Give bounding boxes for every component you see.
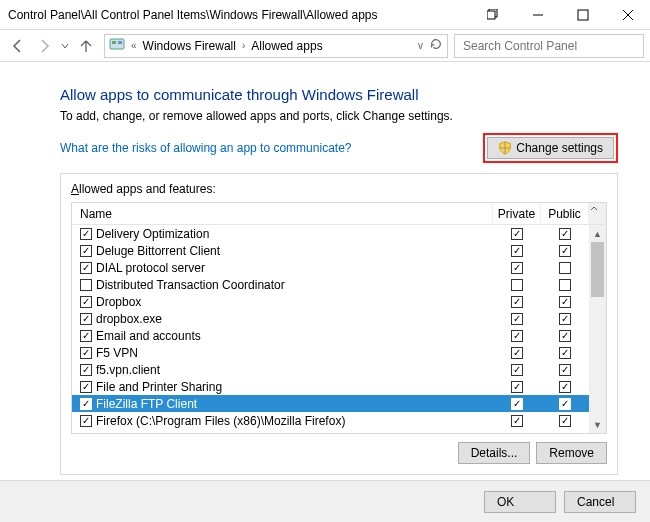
enable-checkbox[interactable] — [80, 398, 92, 410]
breadcrumb-allowed-apps[interactable]: Allowed apps — [251, 39, 322, 53]
private-checkbox[interactable] — [511, 364, 523, 376]
public-checkbox[interactable] — [559, 415, 571, 427]
private-checkbox[interactable] — [511, 245, 523, 257]
private-checkbox[interactable] — [511, 415, 523, 427]
forward-button[interactable] — [32, 34, 56, 58]
enable-checkbox[interactable] — [80, 279, 92, 291]
scroll-up-icon[interactable]: ▲ — [589, 225, 606, 242]
app-name-label: FileZilla FTP Client — [96, 397, 197, 411]
control-panel-icon — [109, 36, 125, 55]
column-public[interactable]: Public — [541, 203, 589, 224]
refresh-icon[interactable] — [429, 37, 443, 54]
app-name-label: File and Printer Sharing — [96, 380, 222, 394]
group-legend: Allowed apps and features: — [71, 182, 607, 200]
app-name-label: Email and accounts — [96, 329, 201, 343]
enable-checkbox[interactable] — [80, 364, 92, 376]
column-name[interactable]: Name — [72, 203, 493, 224]
chevron-right-icon: › — [242, 40, 245, 51]
page-title: Allow apps to communicate through Window… — [60, 86, 618, 103]
app-name-label: Dropbox — [96, 295, 141, 309]
private-checkbox[interactable] — [511, 313, 523, 325]
app-name-label: Distributed Transaction Coordinator — [96, 278, 285, 292]
list-item[interactable]: F5 VPN — [72, 344, 606, 361]
list-header: Name Private Public — [72, 203, 606, 225]
enable-checkbox[interactable] — [80, 228, 92, 240]
list-item[interactable]: f5.vpn.client — [72, 361, 606, 378]
list-item[interactable]: dropbox.exe — [72, 310, 606, 327]
svg-rect-1 — [487, 11, 495, 19]
enable-checkbox[interactable] — [80, 313, 92, 325]
recent-dropdown-icon[interactable] — [58, 34, 72, 58]
list-item[interactable]: FileZilla FTP Client — [72, 395, 606, 412]
address-bar[interactable]: « Windows Firewall › Allowed apps v — [104, 34, 448, 58]
list-item[interactable]: Distributed Transaction Coordinator — [72, 276, 606, 293]
enable-checkbox[interactable] — [80, 330, 92, 342]
change-settings-button[interactable]: Change settings — [487, 137, 614, 159]
enable-checkbox[interactable] — [80, 296, 92, 308]
list-item[interactable]: Firefox (C:\Program Files (x86)\Mozilla … — [72, 412, 606, 429]
back-button[interactable] — [6, 34, 30, 58]
enable-checkbox[interactable] — [80, 415, 92, 427]
vertical-scrollbar[interactable]: ▲ ▼ — [589, 225, 606, 433]
private-checkbox[interactable] — [511, 330, 523, 342]
column-private[interactable]: Private — [493, 203, 541, 224]
search-box[interactable] — [454, 34, 644, 58]
list-item[interactable]: Deluge Bittorrent Client — [72, 242, 606, 259]
public-checkbox[interactable] — [559, 364, 571, 376]
private-checkbox[interactable] — [511, 381, 523, 393]
breadcrumb-firewall[interactable]: Windows Firewall — [143, 39, 236, 53]
svg-rect-3 — [578, 10, 588, 20]
private-checkbox[interactable] — [511, 279, 523, 291]
title-bar: Control Panel\All Control Panel Items\Wi… — [0, 0, 650, 30]
restore-down-icon[interactable] — [470, 0, 515, 29]
up-button[interactable] — [74, 34, 98, 58]
list-body: Delivery OptimizationDeluge Bittorrent C… — [72, 225, 606, 433]
public-checkbox[interactable] — [559, 347, 571, 359]
private-checkbox[interactable] — [511, 296, 523, 308]
public-checkbox[interactable] — [559, 228, 571, 240]
private-checkbox[interactable] — [511, 398, 523, 410]
public-checkbox[interactable] — [559, 381, 571, 393]
public-checkbox[interactable] — [559, 330, 571, 342]
minimize-button[interactable] — [515, 0, 560, 29]
svg-rect-7 — [112, 41, 116, 44]
address-dropdown-icon[interactable]: v — [418, 40, 423, 51]
list-item[interactable]: Email and accounts — [72, 327, 606, 344]
svg-rect-8 — [118, 41, 122, 44]
risks-link[interactable]: What are the risks of allowing an app to… — [60, 141, 351, 155]
window-title: Control Panel\All Control Panel Items\Wi… — [8, 8, 470, 22]
scroll-thumb[interactable] — [591, 242, 604, 297]
enable-checkbox[interactable] — [80, 347, 92, 359]
scroll-down-icon[interactable]: ▼ — [589, 416, 606, 433]
public-checkbox[interactable] — [559, 313, 571, 325]
change-settings-highlight: Change settings — [483, 133, 618, 163]
ok-button[interactable]: OK — [484, 491, 556, 513]
private-checkbox[interactable] — [511, 262, 523, 274]
details-button[interactable]: Details... — [458, 442, 531, 464]
public-checkbox[interactable] — [559, 245, 571, 257]
enable-checkbox[interactable] — [80, 262, 92, 274]
cancel-button[interactable]: Cancel — [564, 491, 636, 513]
public-checkbox[interactable] — [559, 279, 571, 291]
private-checkbox[interactable] — [511, 228, 523, 240]
close-button[interactable] — [605, 0, 650, 29]
list-item[interactable]: File and Printer Sharing — [72, 378, 606, 395]
app-name-label: Firefox (C:\Program Files (x86)\Mozilla … — [96, 414, 345, 428]
public-checkbox[interactable] — [559, 262, 571, 274]
list-item[interactable]: Dropbox — [72, 293, 606, 310]
list-item[interactable]: Delivery Optimization — [72, 225, 606, 242]
app-name-label: Delivery Optimization — [96, 227, 209, 241]
column-scroll-spacer — [589, 203, 606, 224]
public-checkbox[interactable] — [559, 398, 571, 410]
maximize-button[interactable] — [560, 0, 605, 29]
remove-button[interactable]: Remove — [536, 442, 607, 464]
list-item[interactable]: DIAL protocol server — [72, 259, 606, 276]
enable-checkbox[interactable] — [80, 245, 92, 257]
enable-checkbox[interactable] — [80, 381, 92, 393]
main-content: Allow apps to communicate through Window… — [0, 62, 650, 480]
scroll-track[interactable] — [589, 242, 606, 416]
dialog-button-bar: OK Cancel — [0, 480, 650, 522]
public-checkbox[interactable] — [559, 296, 571, 308]
search-input[interactable] — [461, 38, 637, 54]
private-checkbox[interactable] — [511, 347, 523, 359]
